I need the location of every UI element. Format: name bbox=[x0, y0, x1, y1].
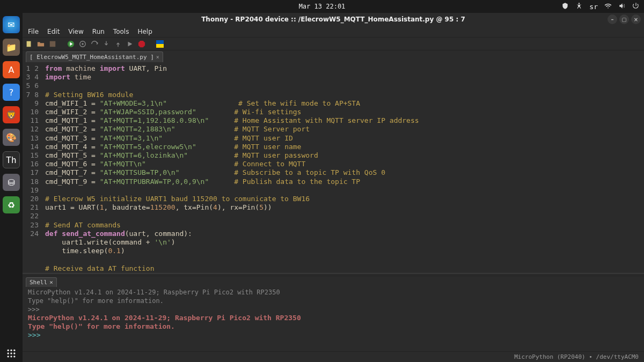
shell-line: >>> bbox=[28, 305, 644, 314]
step-out-button[interactable] bbox=[114, 40, 122, 48]
shell-line: MicroPython v1.24.1 on 2024-11-29; Raspb… bbox=[28, 288, 644, 297]
save-file-button[interactable] bbox=[48, 40, 57, 48]
svg-point-2 bbox=[10, 350, 12, 351]
editor-tab-close-icon[interactable]: × bbox=[156, 54, 159, 60]
step-into-button[interactable] bbox=[102, 40, 111, 48]
window-title: Thonny - RP2040 device :: /ElecrowW5_MQT… bbox=[201, 16, 465, 23]
svg-rect-17 bbox=[156, 44, 164, 48]
code-area[interactable]: from machine import UART, Pin import tim… bbox=[43, 62, 644, 273]
svg-point-0 bbox=[579, 3, 580, 4]
svg-marker-15 bbox=[138, 40, 145, 47]
resume-button[interactable] bbox=[126, 40, 134, 48]
debug-button[interactable] bbox=[78, 40, 87, 48]
dock-app-brave[interactable]: 🦁 bbox=[3, 106, 20, 123]
svg-point-1 bbox=[8, 350, 9, 351]
dock-app-files[interactable]: 📁 bbox=[3, 39, 20, 56]
menu-run[interactable]: Run bbox=[89, 27, 108, 36]
menu-help[interactable]: Help bbox=[134, 27, 155, 36]
editor-tab-active[interactable]: [ ElecrowW5_MQTT_HomeAssistant.py ] × bbox=[26, 51, 163, 62]
shell-panel[interactable]: MicroPython v1.24.1 on 2024-11-29; Raspb… bbox=[23, 287, 644, 351]
wifi-icon[interactable] bbox=[604, 2, 612, 11]
new-file-button[interactable] bbox=[25, 40, 33, 48]
clock: Mar 13 22:01 bbox=[299, 3, 346, 10]
editor-tab-label: [ ElecrowW5_MQTT_HomeAssistant.py ] bbox=[30, 54, 154, 61]
shell-tabs: Shell × bbox=[23, 276, 644, 287]
svg-point-4 bbox=[8, 352, 9, 354]
dock-app-gimp[interactable]: 🎨 bbox=[3, 129, 20, 146]
line-number-gutter: 1 2 3 4 5 6 7 8 9 10 11 12 13 14 15 16 1… bbox=[23, 62, 43, 273]
system-top-bar: Mar 13 22:01 sr bbox=[0, 0, 644, 13]
window-close-button[interactable]: × bbox=[631, 14, 641, 24]
support-ukraine-icon[interactable] bbox=[156, 40, 164, 48]
shell-prompt[interactable]: >>> bbox=[28, 331, 644, 339]
menu-edit[interactable]: Edit bbox=[44, 27, 63, 36]
step-over-button[interactable] bbox=[90, 40, 99, 48]
dock-app-disk[interactable]: ⛁ bbox=[3, 174, 20, 191]
accessibility-icon[interactable] bbox=[575, 2, 583, 11]
shell-line: MicroPython v1.24.1 on 2024-11-29; Raspb… bbox=[28, 314, 644, 322]
menu-view[interactable]: View bbox=[65, 27, 86, 36]
dock-app-thonny[interactable]: Th bbox=[3, 151, 20, 168]
keyboard-layout-indicator[interactable]: sr bbox=[589, 3, 598, 11]
menu-tools[interactable]: Tools bbox=[110, 27, 133, 36]
dock: ✉ 📁 A ? 🦁 🎨 Th ⛁ ♻ bbox=[0, 13, 23, 362]
dock-app-trash[interactable]: ♻ bbox=[3, 196, 20, 213]
stop-button[interactable] bbox=[137, 40, 146, 48]
svg-rect-16 bbox=[156, 40, 164, 44]
status-bar[interactable]: MicroPython (RP2040) • /dev/ttyACM0 bbox=[23, 351, 644, 362]
status-device[interactable]: MicroPython (RP2040) • /dev/ttyACM0 bbox=[514, 353, 639, 360]
svg-rect-11 bbox=[50, 41, 56, 47]
power-icon[interactable] bbox=[632, 2, 640, 11]
shell-tab-close-icon[interactable]: × bbox=[49, 279, 53, 286]
window-minimize-button[interactable]: – bbox=[608, 14, 617, 24]
editor-tabs: [ ElecrowW5_MQTT_HomeAssistant.py ] × bbox=[23, 50, 644, 62]
menu-file[interactable]: File bbox=[25, 27, 42, 36]
svg-rect-10 bbox=[27, 41, 31, 47]
dock-app-thunderbird[interactable]: ✉ bbox=[3, 16, 20, 33]
svg-point-14 bbox=[82, 43, 84, 45]
open-file-button[interactable] bbox=[36, 40, 45, 48]
toolbar bbox=[23, 38, 644, 50]
window-maximize-button[interactable]: ▢ bbox=[619, 14, 629, 24]
svg-point-3 bbox=[13, 350, 15, 351]
volume-icon[interactable] bbox=[618, 2, 626, 11]
svg-point-8 bbox=[10, 356, 12, 357]
svg-point-7 bbox=[8, 356, 9, 357]
window-titlebar: Thonny - RP2040 device :: /ElecrowW5_MQT… bbox=[23, 13, 644, 26]
shell-tab[interactable]: Shell × bbox=[26, 277, 57, 287]
shell-tab-label: Shell bbox=[30, 279, 47, 286]
svg-point-9 bbox=[13, 356, 15, 357]
svg-point-6 bbox=[13, 352, 15, 354]
dock-app-help[interactable]: ? bbox=[3, 84, 20, 101]
dock-show-apps[interactable] bbox=[3, 345, 20, 362]
code-editor[interactable]: 1 2 3 4 5 6 7 8 9 10 11 12 13 14 15 16 1… bbox=[23, 62, 644, 273]
thonny-window: Thonny - RP2040 device :: /ElecrowW5_MQT… bbox=[23, 13, 644, 362]
shell-line: Type "help()" for more information. bbox=[28, 322, 644, 331]
shell-line: Type "help()" for more information. bbox=[28, 297, 644, 305]
dock-app-software[interactable]: A bbox=[3, 61, 20, 78]
svg-point-5 bbox=[10, 352, 12, 354]
menubar: File Edit View Run Tools Help bbox=[23, 26, 644, 38]
system-tray: sr bbox=[561, 0, 640, 13]
run-button[interactable] bbox=[67, 40, 75, 48]
shield-icon[interactable] bbox=[561, 2, 569, 11]
